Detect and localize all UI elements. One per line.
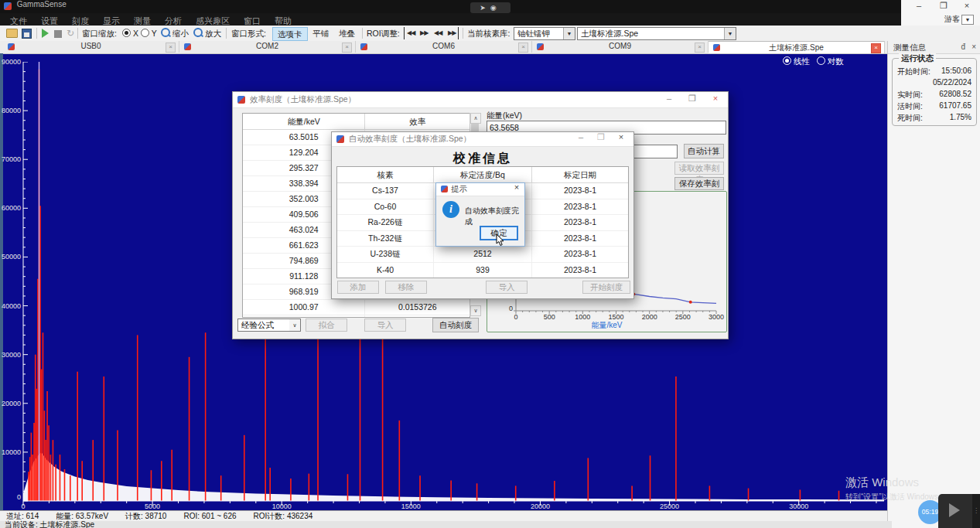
tab-土壤标准源.Spe[interactable]: 土壤标准源.Spe× [709, 41, 885, 53]
refresh-icon[interactable]: ↻ [67, 27, 74, 39]
add-button[interactable]: 添加 [337, 281, 379, 294]
start-calibration-button[interactable]: 开始刻度 [582, 281, 630, 294]
minimize-icon[interactable]: – [910, 1, 927, 10]
run-status-value: 62808.52 [939, 90, 971, 98]
more-icon[interactable]: ⋮ [972, 494, 980, 528]
device-value: 土壤标准源.Spe [40, 520, 95, 528]
remove-button[interactable]: 移除 [385, 281, 427, 294]
import-button[interactable]: 导入 [486, 281, 528, 294]
zoom-axis-y-radio[interactable] [141, 29, 149, 37]
read-calibration-button[interactable]: 读取效率刻度 [674, 162, 724, 175]
col-nuclide: 核素 [337, 167, 434, 182]
chevron-down-icon[interactable]: ∨ [289, 319, 300, 331]
maximize-icon[interactable]: ❐ [683, 94, 702, 104]
tab-label: COM9 [532, 42, 708, 50]
table-row[interactable]: U-238链25122023-8-1 [337, 247, 628, 263]
close-icon[interactable]: × [871, 43, 881, 53]
spectrum-file-select[interactable]: 土壤标准源.Spe ▼ [577, 27, 736, 40]
maximize-icon[interactable]: ❐ [592, 132, 610, 142]
y-tick-label: 20000 [1, 400, 21, 407]
tab-COM6[interactable]: COM6× [356, 41, 532, 53]
date-cell: 2023-8-1 [532, 215, 628, 230]
col-date: 标定日期 [532, 167, 628, 182]
tile-mode-button[interactable]: 平铺 [308, 27, 333, 39]
close-icon[interactable]: × [612, 132, 630, 141]
tab-strip: USB0×COM2×COM6×COM9×土壤标准源.Spe× [0, 41, 887, 54]
toolbar: ↻ 窗口缩放: X Y 缩小 放大 窗口形式: 选项卡 平铺 堆叠 ROI调整:… [0, 26, 980, 42]
y-tick-label: 40000 [1, 302, 21, 310]
zoom-in-button[interactable]: 放大 [205, 27, 221, 39]
close-icon[interactable]: × [342, 43, 352, 53]
roi-first-icon[interactable]: ◀◀ [404, 27, 417, 39]
close-icon[interactable]: × [695, 43, 705, 53]
tab-COM9[interactable]: COM9× [532, 41, 709, 53]
close-icon[interactable]: × [510, 182, 523, 192]
scroll-up-icon[interactable]: ∧ [470, 113, 481, 124]
status-field: ROI计数: 436234 [254, 512, 313, 520]
dialog-titlebar[interactable]: 自动效率刻度（土壤标准源.Spe） – ❐ × [332, 132, 633, 147]
x-tick-label: 20000 [531, 502, 550, 510]
import-button[interactable]: 导入 [364, 319, 406, 332]
windows-activation-watermark: 激活 Windows [845, 475, 919, 490]
save-icon[interactable] [22, 29, 32, 39]
scroll-down-icon[interactable]: ∨ [470, 305, 481, 316]
tab-USB0[interactable]: USB0× [3, 41, 179, 53]
status-field: 道址: 614 [6, 512, 39, 520]
user-dropdown-icon[interactable]: ▼ [961, 15, 974, 25]
nuclide-library-label: 当前核素库: [467, 27, 510, 39]
minimize-icon[interactable]: – [572, 132, 590, 141]
auto-calibration-button[interactable]: 自动刻度 [432, 318, 479, 332]
save-calibration-button[interactable]: 保存效率刻度 [674, 177, 724, 190]
run-status-title: 运行状态 [899, 53, 936, 64]
fit-button[interactable]: 拟合 [306, 319, 347, 332]
formula-select[interactable]: 经验公式 ∨ [237, 319, 301, 332]
maximize-icon[interactable]: ❐ [935, 1, 952, 11]
status-bar: 道址: 614能量: 63.57keV计数: 38710ROI: 601 ~ 6… [0, 510, 887, 522]
dialog-titlebar[interactable]: 效率刻度（土壤标准源.Spe） – ❐ × [233, 92, 728, 108]
x-tick-label: 25000 [660, 502, 679, 510]
nuclide-library-select[interactable]: 铀钍镭钾 ▼ [514, 27, 575, 40]
roi-last-icon[interactable]: ▶▶ [446, 27, 459, 39]
start-icon[interactable] [42, 29, 49, 38]
dialog-title: 提示 [451, 184, 467, 195]
table-row[interactable]: 1000.970.0153726 [243, 300, 470, 315]
zoom-out-icon[interactable] [161, 28, 170, 37]
chevron-down-icon[interactable]: ▼ [724, 28, 736, 39]
roi-back-icon[interactable]: ◀◀ [432, 27, 444, 39]
chevron-down-icon[interactable]: ▼ [563, 28, 575, 39]
efficiency-x-axis-title: 能量/keV [487, 320, 726, 331]
user-menu[interactable]: 游客▼ [944, 14, 974, 25]
run-status-row: 开始时间:15:50:06 [897, 66, 971, 77]
nuclide-library-value: 铀钍镭钾 [517, 29, 550, 38]
close-icon[interactable]: × [706, 94, 725, 103]
pin-icon[interactable]: đ [961, 43, 965, 51]
zoom-axis-x-radio[interactable] [122, 29, 131, 37]
tab-mode-button[interactable]: 选项卡 [272, 27, 308, 41]
run-status-value: 15:50:06 [941, 66, 971, 75]
y-tick-label: 90000 [1, 58, 21, 66]
eff-cell: 0.0153726 [365, 300, 470, 315]
stack-mode-button[interactable]: 堆叠 [334, 27, 360, 39]
video-overlay-window[interactable]: ⋮ [938, 494, 980, 528]
roi-forward-icon[interactable]: ▶▶ [418, 27, 430, 39]
dialog-titlebar[interactable]: 提示 × [436, 183, 524, 196]
window-form-label: 窗口形式: [231, 27, 266, 39]
zoom-in-icon[interactable] [193, 28, 203, 37]
close-icon[interactable]: × [958, 1, 975, 10]
stop-icon[interactable] [54, 30, 62, 38]
auto-calc-button[interactable]: 自动计算 [684, 144, 724, 158]
minimize-icon[interactable]: – [660, 94, 678, 103]
close-icon[interactable]: × [971, 43, 976, 51]
tab-label: USB0 [3, 42, 179, 50]
table-row[interactable]: K-409392023-8-1 [337, 263, 628, 278]
zoom-out-button[interactable]: 缩小 [172, 27, 189, 39]
close-icon[interactable]: × [518, 43, 528, 53]
close-icon[interactable]: × [166, 43, 176, 53]
measurement-info-panel: 测量信息 đ × 运行状态 开始时间:15:50:0605/22/2024实时间… [887, 41, 980, 528]
open-file-icon[interactable] [6, 29, 18, 38]
tab-COM2[interactable]: COM2× [179, 41, 356, 53]
status-field: 能量: 63.57keV [56, 512, 108, 520]
screen-recorder-bar[interactable]: ➤◉ [470, 2, 510, 13]
nuclide-cell: U-238链 [337, 247, 434, 262]
spectrum-file-value: 土壤标准源.Spe [581, 29, 638, 38]
